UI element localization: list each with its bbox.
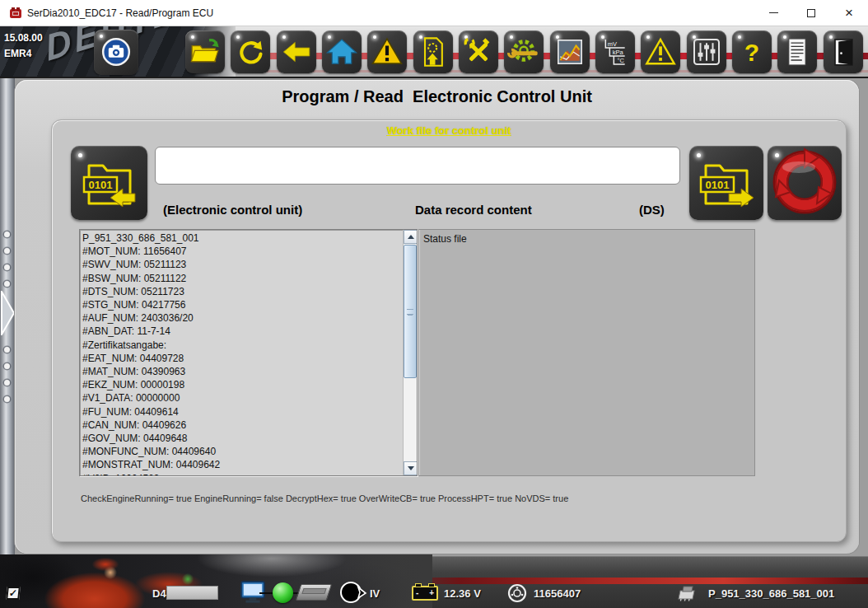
scrollbar-thumb[interactable]	[404, 245, 417, 378]
list-item[interactable]: #V1_DATA: 00000000	[82, 391, 401, 405]
home-icon	[325, 35, 358, 68]
page-title: Program / Read Electronic Control Unit	[15, 87, 859, 106]
measure-units-icon: mV kPa °C	[599, 35, 632, 68]
red-sync-icon	[768, 146, 842, 220]
rail-dot	[4, 347, 10, 353]
list-item[interactable]: P_951_330_686_581_001	[82, 232, 401, 245]
battery-plus: +	[429, 588, 434, 597]
read-from-ecu-button[interactable]: 0101	[71, 146, 147, 220]
ecu-record-icon	[677, 583, 700, 601]
main-panel: Program / Read Electronic Control Unit W…	[15, 80, 859, 554]
toolbar: DEUTZ 15.08.00 EMR4	[0, 26, 868, 78]
svg-text:kPa: kPa	[613, 49, 624, 56]
report-button[interactable]	[777, 30, 817, 73]
status-file-text: Status file	[423, 233, 467, 245]
warning-button[interactable]	[367, 30, 407, 73]
open-file-button[interactable]	[185, 30, 225, 73]
service-settings-button[interactable]	[504, 30, 544, 73]
alert-outline-icon	[644, 35, 677, 68]
reload-icon	[234, 35, 267, 68]
measurements-button[interactable]: mV kPa °C	[595, 30, 635, 73]
scroll-down-button[interactable]	[404, 461, 418, 475]
open-folder-icon	[189, 35, 222, 68]
graph-icon	[553, 35, 586, 68]
list-item[interactable]: #BSW_NUM: 05211122	[82, 272, 401, 285]
ecu-data-lines: P_951_330_686_581_001 #MOT_NUM: 11656407…	[82, 232, 401, 476]
engine-icon	[507, 583, 527, 603]
svg-text:°C: °C	[618, 57, 625, 64]
svg-text:?: ?	[744, 39, 759, 66]
list-item[interactable]: #DTS_NUM: 05211723	[82, 285, 401, 298]
app-icon	[9, 7, 22, 20]
battery-icon: - +	[412, 586, 438, 601]
list-item[interactable]: #MOT_NUM: 11656407	[82, 245, 401, 258]
ds-label: (DS)	[639, 203, 665, 217]
list-item[interactable]: #FU_NUM: 04409614	[82, 405, 401, 419]
software-version: 15.08.00	[4, 32, 43, 44]
list-item[interactable]: #GOV_NUM: 04409648	[82, 432, 401, 445]
scroll-up-button[interactable]	[404, 230, 418, 244]
close-icon: ×	[845, 5, 853, 21]
statusbar-red-stripe	[387, 578, 868, 584]
screenshot-camera-button[interactable]	[94, 30, 138, 75]
list-item[interactable]: #V2ID: 10004569	[82, 472, 401, 476]
rail-dot	[4, 363, 10, 369]
list-item[interactable]: #ABN_DAT: 11-7-14	[82, 325, 401, 338]
ecu-label: (Electronic control unit)	[163, 203, 302, 217]
write-to-ecu-button[interactable]: 0101	[689, 146, 763, 220]
window-title: SerDia2010_EDC17 - Read/Program ECU	[27, 7, 213, 19]
flash-file-icon	[417, 35, 450, 68]
list-item[interactable]: #MONSTRAT_NUM: 04409642	[82, 458, 401, 471]
status-file-panel: Status file	[418, 229, 755, 476]
maximize-icon	[807, 9, 815, 17]
connection-status-light	[273, 582, 293, 603]
svg-text:mV: mV	[608, 40, 617, 48]
ecu-data-listbox[interactable]: P_951_330_686_581_001 #MOT_NUM: 11656407…	[79, 229, 418, 476]
list-item[interactable]: #MONFUNC_NUM: 04409640	[82, 445, 401, 458]
workspace: Program / Read Electronic Control Unit W…	[0, 78, 868, 556]
tools-button[interactable]	[459, 30, 498, 73]
list-item[interactable]: #MAT_NUM: 04390963	[82, 365, 401, 378]
camera-icon	[100, 35, 133, 68]
mechanic-photo	[0, 554, 432, 608]
warning-triangle-icon	[371, 35, 404, 68]
battery-minus: -	[416, 588, 418, 597]
adjustments-button[interactable]	[687, 30, 726, 73]
maximize-button[interactable]	[792, 0, 830, 26]
help-icon: ?	[735, 35, 768, 68]
progress-bar	[166, 586, 218, 600]
list-item[interactable]: #SWV_NUM: 05211123	[82, 258, 401, 271]
list-item[interactable]: #STG_NUM: 04217756	[82, 298, 401, 311]
list-item[interactable]: #Zertifikatsangabe:	[82, 339, 401, 352]
data-record-label: Data record content	[415, 203, 532, 217]
rail-dot	[4, 264, 10, 270]
panel-expand-arrow[interactable]	[1, 291, 15, 335]
help-button[interactable]: ?	[732, 30, 772, 73]
exit-button[interactable]	[824, 30, 863, 73]
side-rail	[0, 78, 15, 556]
session-label: D4	[152, 587, 166, 600]
data-record-name: P_951_330_686_581_001	[708, 587, 834, 600]
rail-dot	[4, 396, 10, 402]
title-bar: SerDia2010_EDC17 - Read/Program ECU ×	[0, 0, 868, 26]
svg-text:0101: 0101	[706, 179, 730, 191]
refresh-button[interactable]	[768, 146, 842, 220]
status-bar: ✓ D4 IV - + 12.36 V 11656407 P_951_330_6…	[0, 556, 868, 608]
work-file-input[interactable]	[155, 147, 680, 185]
program-file-button[interactable]	[413, 30, 453, 73]
list-item[interactable]: #EAT_NUM: 04409728	[82, 352, 401, 365]
list-item[interactable]: #CAN_NUM: 04409626	[82, 419, 401, 432]
ecu-model-label: EMR4	[4, 48, 31, 59]
list-scrollbar[interactable]	[403, 230, 417, 475]
list-item[interactable]: #EKZ_NUM: 00000198	[82, 378, 401, 391]
close-button[interactable]: ×	[830, 0, 868, 26]
alerts-button[interactable]	[641, 30, 680, 73]
home-button[interactable]	[322, 30, 362, 73]
work-file-panel: Work file for control unit 0101 0101	[51, 119, 847, 542]
back-button[interactable]	[277, 30, 316, 73]
reload-button[interactable]	[231, 30, 270, 73]
graph-button[interactable]	[550, 30, 590, 73]
minimize-button[interactable]	[754, 0, 792, 26]
up-arrow-icon	[408, 235, 414, 239]
list-item[interactable]: #AUF_NUM: 2403036/20	[82, 311, 401, 325]
